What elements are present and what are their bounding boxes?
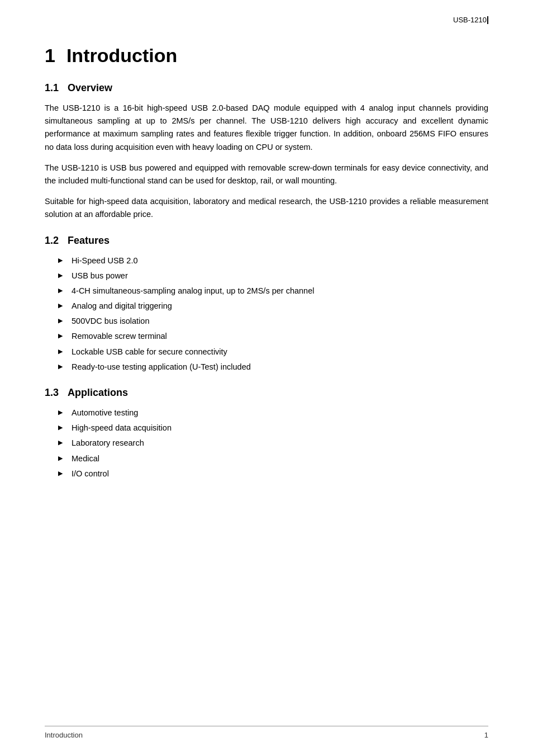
section-1-2-number: 1.2 — [45, 235, 59, 246]
bullet-arrow-2 — [58, 270, 67, 281]
application-text-5: I/O control — [72, 467, 109, 480]
application-item-3: Laboratory research — [45, 437, 488, 450]
feature-item-4: Analog and digital triggering — [45, 300, 488, 313]
applications-list: Automotive testing High-speed data acqui… — [45, 407, 488, 480]
feature-text-3: 4-CH simultaneous-sampling analog input,… — [72, 285, 314, 297]
feature-item-3: 4-CH simultaneous-sampling analog input,… — [45, 285, 488, 297]
feature-item-2: USB bus power — [45, 270, 488, 282]
overview-paragraph-3: Suitable for high-speed data acquisition… — [45, 195, 488, 221]
app-bullet-arrow-5 — [58, 468, 67, 479]
feature-text-2: USB bus power — [72, 270, 128, 282]
app-bullet-arrow-2 — [58, 422, 67, 433]
bullet-arrow-1 — [58, 255, 67, 266]
application-item-2: High-speed data acquisition — [45, 422, 488, 434]
feature-text-7: Lockable USB cable for secure connectivi… — [72, 346, 227, 358]
bullet-arrow-3 — [58, 285, 67, 296]
footer-section-name: Introduction — [45, 731, 83, 739]
chapter-title-text: Introduction — [66, 45, 177, 66]
feature-item-8: Ready-to-use testing application (U-Test… — [45, 361, 488, 374]
app-bullet-arrow-1 — [58, 407, 67, 418]
feature-text-1: Hi-Speed USB 2.0 — [72, 254, 137, 267]
section-1-3-label: Applications — [68, 387, 128, 398]
features-list: Hi-Speed USB 2.0 USB bus power 4-CH simu… — [45, 254, 488, 374]
footer: Introduction 1 — [45, 726, 488, 739]
application-text-4: Medical — [72, 452, 99, 465]
footer-page-number: 1 — [484, 731, 488, 739]
application-text-3: Laboratory research — [72, 437, 144, 450]
section-1-3-number: 1.3 — [45, 387, 59, 398]
bullet-arrow-5 — [58, 315, 67, 326]
app-bullet-arrow-4 — [58, 453, 67, 464]
application-item-5: I/O control — [45, 467, 488, 480]
page: USB-1210 1Introduction 1.1Overview The U… — [0, 0, 533, 756]
bullet-arrow-6 — [58, 330, 67, 341]
chapter-title: 1Introduction — [45, 45, 488, 67]
chapter-number: 1 — [45, 45, 55, 66]
application-text-2: High-speed data acquisition — [72, 422, 172, 434]
overview-paragraph-2: The USB-1210 is USB bus powered and equi… — [45, 162, 488, 187]
application-item-4: Medical — [45, 452, 488, 465]
bullet-arrow-7 — [58, 346, 67, 357]
header-product-name: USB-1210 — [453, 16, 487, 24]
bullet-arrow-4 — [58, 300, 67, 311]
feature-text-8: Ready-to-use testing application (U-Test… — [72, 361, 251, 374]
application-item-1: Automotive testing — [45, 407, 488, 419]
section-1-1-number: 1.1 — [45, 82, 59, 93]
header-cursor — [487, 16, 488, 24]
application-text-1: Automotive testing — [72, 407, 138, 419]
feature-item-5: 500VDC bus isolation — [45, 315, 488, 328]
bullet-arrow-8 — [58, 361, 67, 372]
section-1-1-title: 1.1Overview — [45, 82, 488, 94]
feature-text-6: Removable screw terminal — [72, 330, 167, 343]
section-1-2-title: 1.2Features — [45, 235, 488, 247]
header-bar: USB-1210 — [453, 16, 488, 24]
feature-item-7: Lockable USB cable for secure connectivi… — [45, 346, 488, 358]
feature-text-5: 500VDC bus isolation — [72, 315, 149, 328]
section-1-3-title: 1.3Applications — [45, 387, 488, 399]
section-1-2-label: Features — [68, 235, 110, 246]
feature-item-6: Removable screw terminal — [45, 330, 488, 343]
overview-paragraph-1: The USB-1210 is a 16-bit high-speed USB … — [45, 102, 488, 154]
app-bullet-arrow-3 — [58, 437, 67, 448]
feature-text-4: Analog and digital triggering — [72, 300, 172, 313]
section-1-1-label: Overview — [68, 82, 112, 93]
feature-item-1: Hi-Speed USB 2.0 — [45, 254, 488, 267]
